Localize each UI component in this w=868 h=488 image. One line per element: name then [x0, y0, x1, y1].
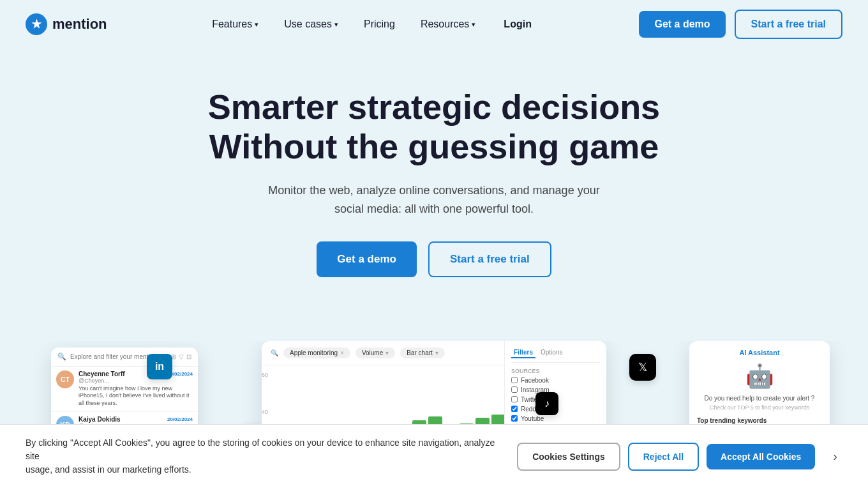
filter-checkbox[interactable] [511, 406, 518, 412]
nav-login[interactable]: Login [491, 12, 544, 36]
nav-features[interactable]: Features ▾ [202, 12, 269, 36]
filter-tab-filters[interactable]: Filters [511, 347, 535, 358]
search-filter-icons: ⊞▽⊡ [171, 353, 191, 360]
search-icon: 🔍 [57, 353, 66, 361]
filter-tab-options[interactable]: Options [538, 347, 565, 358]
sources-title: Sources [511, 368, 600, 374]
nav-actions: Get a demo Start a free trial [639, 10, 842, 39]
mentions-search-bar[interactable]: 🔍 ⊞▽⊡ [51, 347, 198, 367]
chevron-down-icon-bar: ▾ [435, 349, 438, 356]
ai-panel-title: AI Assistant [697, 349, 822, 356]
filter-checkbox[interactable] [511, 377, 518, 383]
cookie-banner: By clicking "Accept All Cookies", you ag… [0, 424, 868, 488]
linkedin-icon: in [147, 354, 172, 379]
brand-name: mention [52, 16, 107, 33]
cookie-buttons: Cookies Settings Reject All Accept All C… [517, 443, 815, 471]
hero-demo-button[interactable]: Get a demo [317, 241, 417, 277]
nav-resources[interactable]: Resources ▾ [410, 12, 486, 36]
chart-tag-bar[interactable]: Bar chart ▾ [400, 347, 445, 358]
cookies-settings-button[interactable]: Cookies Settings [517, 443, 620, 471]
use-cases-chevron-icon: ▾ [334, 20, 338, 29]
tiktok-icon: ♪ [535, 392, 558, 415]
nav-use-cases[interactable]: Use cases ▾ [274, 12, 348, 36]
chart-tag-volume[interactable]: Volume ▾ [355, 347, 395, 358]
list-item: CT Cheyenne Torff 20/02/2024 @Cheyen... … [51, 367, 198, 412]
filter-checkbox[interactable] [511, 415, 518, 422]
hero-trial-button[interactable]: Start a free trial [428, 241, 551, 277]
cookie-text: By clicking "Accept All Cookies", you ag… [26, 436, 504, 477]
get-demo-button[interactable]: Get a demo [639, 11, 725, 38]
x-twitter-icon: 𝕏 [629, 354, 656, 381]
filter-checkbox[interactable] [511, 386, 518, 393]
features-chevron-icon: ▾ [255, 20, 258, 29]
ai-sub: Check our TOP 5 to find your keywords [697, 404, 822, 411]
ai-keywords-title: Top trending keywords [697, 417, 822, 424]
hero-subtext: Monitor the web, analyze online conversa… [268, 181, 600, 218]
ai-robot-icon: 🤖 [697, 363, 822, 390]
filter-checkbox[interactable] [511, 396, 518, 402]
reject-all-button[interactable]: Reject All [628, 443, 699, 471]
hero-buttons: Get a demo Start a free trial [26, 241, 842, 277]
logo-star: ★ [26, 13, 47, 35]
filter-option[interactable]: Youtube [511, 415, 600, 422]
hero-section: Smarter strategic decisions Without the … [0, 49, 868, 341]
logo[interactable]: ★ mention [26, 13, 107, 35]
chart-tag-apple[interactable]: Apple monitoring × [283, 347, 350, 358]
navigation: ★ mention Features ▾ Use cases ▾ Pricing… [0, 0, 868, 49]
search-chart-icon: 🔍 [271, 349, 278, 356]
nav-pricing[interactable]: Pricing [354, 12, 405, 36]
nav-links: Features ▾ Use cases ▾ Pricing Resources… [202, 12, 544, 36]
chevron-down-icon: ▾ [385, 349, 389, 356]
start-trial-button[interactable]: Start a free trial [735, 10, 842, 39]
resources-chevron-icon: ▾ [472, 20, 475, 29]
hero-headline: Smarter strategic decisions Without the … [26, 87, 842, 166]
accept-all-button[interactable]: Accept All Cookies [707, 444, 815, 469]
filter-tabs: Filters Options [511, 347, 600, 363]
filter-option[interactable]: Facebook [511, 377, 600, 384]
ai-message: Do you need help to create your alert ? [697, 395, 822, 402]
cookie-arrow-icon[interactable]: › [828, 446, 842, 466]
